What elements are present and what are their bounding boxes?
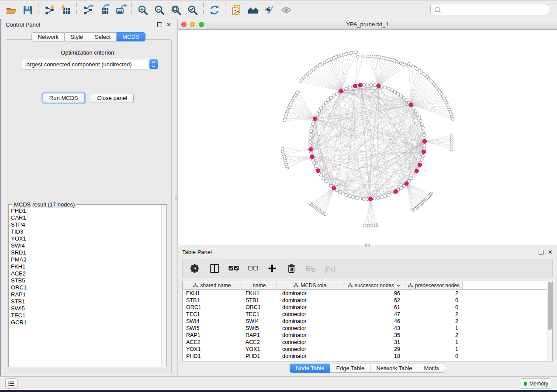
tab-mcds[interactable]: MCDS (117, 32, 145, 41)
zoom-out-icon[interactable] (151, 2, 168, 18)
refresh-icon[interactable] (206, 2, 223, 18)
toolbar-separator (38, 3, 39, 17)
mcds-result-item[interactable]: SRD1 (10, 249, 161, 256)
tab-motifs[interactable]: Motifs (418, 364, 445, 373)
delete-table-icon (304, 262, 317, 275)
float-table-panel-icon[interactable] (539, 250, 543, 254)
mcds-result-item[interactable]: STB5 (10, 277, 161, 284)
tab-edge-table[interactable]: Edge Table (330, 364, 370, 373)
tab-network[interactable]: Network (31, 32, 65, 41)
zoom-fit-icon[interactable] (168, 2, 184, 18)
table-row[interactable]: TEC1TEC1connector472 (183, 311, 552, 318)
cell-name: SWI4 (242, 318, 277, 324)
cell-shared-name: STB1 (183, 297, 242, 303)
optimization-criterion-select[interactable]: largest connected component (undirected) (21, 59, 158, 69)
export-table-icon[interactable] (96, 2, 113, 18)
toolbar-separator (76, 3, 77, 17)
column-header-predecessor-nodes[interactable]: predecessor nodes (405, 281, 463, 290)
table-header-row: shared namenameMCDS rolesuccessor nodesp… (183, 281, 552, 290)
cell-shared-name: PHD1 (183, 353, 242, 359)
trash-icon[interactable] (285, 262, 298, 275)
table-scrollbar[interactable] (547, 281, 552, 361)
cell-name: RAP1 (242, 332, 277, 338)
close-table-panel-icon[interactable]: ✕ (548, 250, 553, 254)
cell-MCDS-role: dominator (277, 353, 343, 359)
mcds-result-item[interactable]: STB1 (10, 298, 161, 305)
zoom-in-icon[interactable] (135, 2, 151, 18)
table-row[interactable]: PHD1PHD1dominator180 (183, 353, 552, 360)
network-window-titlebar[interactable]: YPA_prune.txt_1 (178, 19, 557, 30)
select-all-icon[interactable] (227, 262, 240, 275)
open-folder-icon[interactable] (3, 2, 19, 18)
control-panel-tabs: NetworkStyleSelectMCDS (1, 32, 176, 41)
network-canvas[interactable] (178, 30, 557, 245)
column-header-successor-nodes[interactable]: successor nodes (343, 281, 405, 290)
houses-icon[interactable] (245, 2, 261, 18)
mcds-result-item[interactable]: CAR1 (10, 214, 161, 221)
column-header-shared-name[interactable]: shared name (183, 281, 242, 290)
table-row[interactable]: YOX1YOX1connector291 (183, 346, 552, 353)
mcds-result-item[interactable]: FKH1 (10, 263, 161, 270)
table-row[interactable]: STB1STB1dominator620 (183, 297, 552, 304)
network-view-frame: YPA_prune.txt_1 (177, 19, 557, 245)
tab-network-table[interactable]: Network Table (370, 364, 418, 373)
search-input[interactable] (443, 6, 546, 14)
tab-node-table[interactable]: Node Table (290, 364, 331, 373)
table-row[interactable]: SWI4SWI4dominator462 (183, 318, 552, 325)
mcds-result-item[interactable]: TID3 (10, 228, 161, 235)
memory-button[interactable]: Memory (521, 378, 551, 389)
mcds-result-item[interactable]: SWI5 (10, 305, 161, 312)
deselect-all-icon[interactable] (246, 262, 259, 275)
table-header-filler (463, 281, 552, 290)
zoom-selected-icon[interactable] (184, 2, 201, 18)
cell-shared-name: FKH1 (183, 290, 242, 296)
split-columns-icon[interactable] (208, 262, 221, 275)
mcds-result-item[interactable]: TEC1 (10, 312, 161, 319)
float-panel-icon[interactable] (157, 22, 162, 27)
table-row[interactable]: RAP1RAP1dominator352 (183, 332, 552, 339)
cell-name: ACE2 (242, 339, 277, 345)
tab-style[interactable]: Style (65, 32, 89, 41)
export-image-icon[interactable] (113, 2, 129, 18)
table-row[interactable]: ACE2ACE2connector311 (183, 339, 552, 346)
column-header-MCDS-role[interactable]: MCDS role (277, 281, 343, 290)
cell-name: STB1 (242, 297, 277, 303)
eye-icon[interactable] (278, 2, 294, 18)
run-mcds-button[interactable]: Run MCDS (43, 93, 85, 103)
network-graph[interactable] (178, 30, 557, 245)
table-row[interactable]: FKH1FKH1dominator962 (183, 290, 552, 297)
table-scrollbar-thumb[interactable] (548, 282, 552, 330)
cell-shared-name: ORC1 (183, 304, 242, 310)
mcds-result-item[interactable]: STP4 (10, 221, 161, 228)
import-table-icon[interactable] (58, 2, 74, 18)
table-row[interactable]: SWI5SWI5connector431 (183, 325, 552, 332)
save-icon[interactable] (19, 2, 36, 18)
mcds-result-item[interactable]: YOX1 (10, 235, 161, 242)
cell-predecessor-nodes: 2 (405, 332, 463, 338)
column-header-name[interactable]: name (242, 281, 277, 290)
toolbar-separator (131, 3, 132, 17)
import-network-icon[interactable] (41, 2, 58, 18)
plus-icon[interactable] (266, 262, 279, 275)
mcds-result-item[interactable]: PHD1 (10, 207, 161, 214)
search-box[interactable] (430, 4, 549, 15)
eye-slash-icon[interactable] (261, 2, 278, 18)
gear-icon[interactable] (189, 262, 202, 275)
close-panel-icon[interactable]: ✕ (166, 23, 171, 27)
mcds-result-item[interactable]: ACE2 (10, 270, 161, 277)
export-network-icon[interactable] (80, 2, 96, 18)
task-history-list-icon[interactable] (5, 378, 17, 389)
mcds-result-item[interactable]: PMA2 (10, 256, 161, 263)
mcds-result-item[interactable]: ORC1 (10, 284, 161, 291)
table-row[interactable]: ORC1ORC1dominator610 (183, 304, 552, 311)
svg-text:f(x): f(x) (325, 265, 336, 273)
mcds-result-item[interactable]: RAP1 (10, 291, 161, 298)
mcds-result-list[interactable]: PHD1CAR1STP4TID3YOX1SWI4SRD1PMA2FKH1ACE2… (10, 207, 161, 366)
close-panel-button[interactable]: Close panel (91, 93, 134, 103)
cell-predecessor-nodes: 1 (405, 346, 463, 352)
documents-share-icon[interactable] (228, 2, 245, 18)
mcds-list-scrollbar[interactable] (161, 205, 166, 366)
mcds-result-item[interactable]: SWI4 (10, 242, 161, 249)
mcds-result-item[interactable]: GCR1 (10, 319, 161, 326)
tab-select[interactable]: Select (89, 32, 117, 41)
